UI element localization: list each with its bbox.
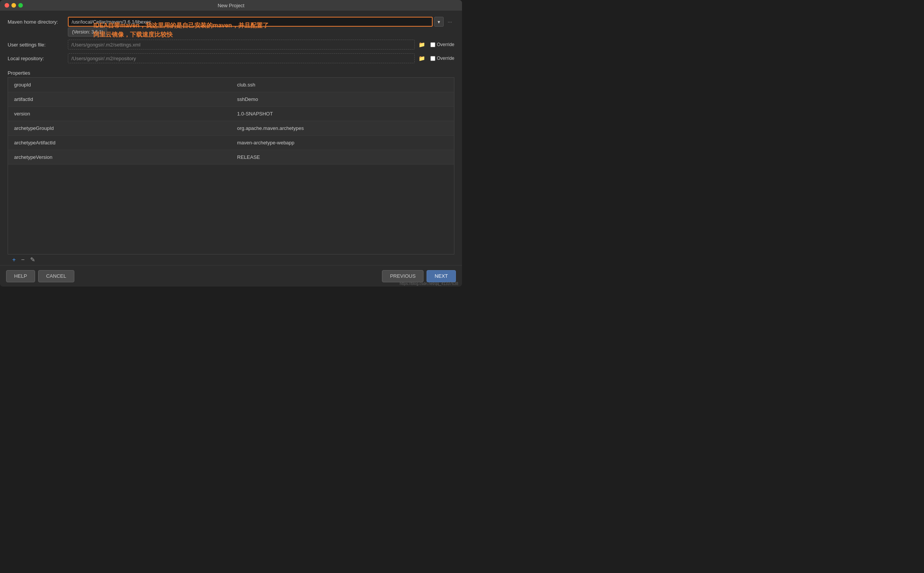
maven-home-label: Maven home directory: [8,19,65,25]
prop-actions-bar: + − ✎ [8,254,454,265]
maximize-button[interactable] [18,3,23,8]
close-button[interactable] [5,3,9,8]
maven-home-input[interactable] [68,17,433,27]
local-repo-override-checkbox[interactable] [430,56,435,61]
properties-table: groupId club.ssh artifactId sshDemo vers… [8,77,454,254]
user-settings-label: User settings file: [8,42,65,48]
user-settings-override-container: Override [430,42,454,47]
annotation-line2: 阿里云镜像，下载速度比较快 [93,30,269,39]
maven-home-dropdown-btn[interactable]: ▾ [434,17,444,27]
main-window: New Project Maven home directory: ▾ ··· … [0,0,462,286]
help-button[interactable]: HELP [6,270,35,282]
user-settings-override-checkbox[interactable] [430,42,435,47]
user-settings-input[interactable] [68,40,415,50]
properties-title: Properties [8,70,454,76]
previous-button[interactable]: PREVIOUS [382,270,424,282]
watermark: https://blog.csdn.net/qq_41337638 [400,282,458,286]
table-row: artifactId sshDemo [8,92,454,107]
user-settings-row: User settings file: 📁 Override [8,40,454,50]
local-repo-folder-btn[interactable]: 📁 [416,54,427,62]
user-settings-override-label: Override [437,42,454,47]
table-row: archetypeVersion RELEASE [8,150,454,165]
table-row: version 1.0-SNAPSHOT [8,107,454,121]
next-button[interactable]: NEXT [427,270,456,282]
bottom-left-buttons: HELP CANCEL [6,270,74,282]
local-repo-label: Local repository: [8,56,65,61]
bottom-bar: HELP CANCEL PREVIOUS NEXT [0,265,462,286]
version-dropdown: (Version: 3.6.1) [68,27,107,37]
local-repo-input-container: 📁 [68,53,427,63]
local-repo-override-label: Override [437,56,454,61]
user-settings-input-container: 📁 [68,40,427,50]
table-row: groupId club.ssh [8,78,454,92]
user-settings-folder-btn[interactable]: 📁 [416,41,427,48]
title-bar: New Project [0,0,462,11]
table-row: archetypeArtifactId maven-archetype-weba… [8,136,454,150]
properties-section: Properties groupId club.ssh artifactId s… [8,70,454,265]
cancel-button[interactable]: CANCEL [38,270,74,282]
remove-property-button[interactable]: − [19,256,26,264]
minimize-button[interactable] [11,3,16,8]
local-repo-row: Local repository: 📁 Override [8,53,454,63]
edit-property-button[interactable]: ✎ [29,256,37,264]
traffic-lights [5,3,23,8]
local-repo-input[interactable] [68,53,415,63]
table-row: archetypeGroupId org.apache.maven.archet… [8,121,454,136]
maven-home-more-btn[interactable]: ··· [445,18,454,26]
local-repo-override-container: Override [430,56,454,61]
content-area: Maven home directory: ▾ ··· (Version: 3.… [0,11,462,265]
add-property-button[interactable]: + [11,256,17,264]
maven-home-row: Maven home directory: ▾ ··· (Version: 3.… [8,17,454,27]
window-title: New Project [218,3,244,8]
bottom-right-buttons: PREVIOUS NEXT [382,270,456,282]
maven-home-input-container: ▾ ··· [68,17,454,27]
